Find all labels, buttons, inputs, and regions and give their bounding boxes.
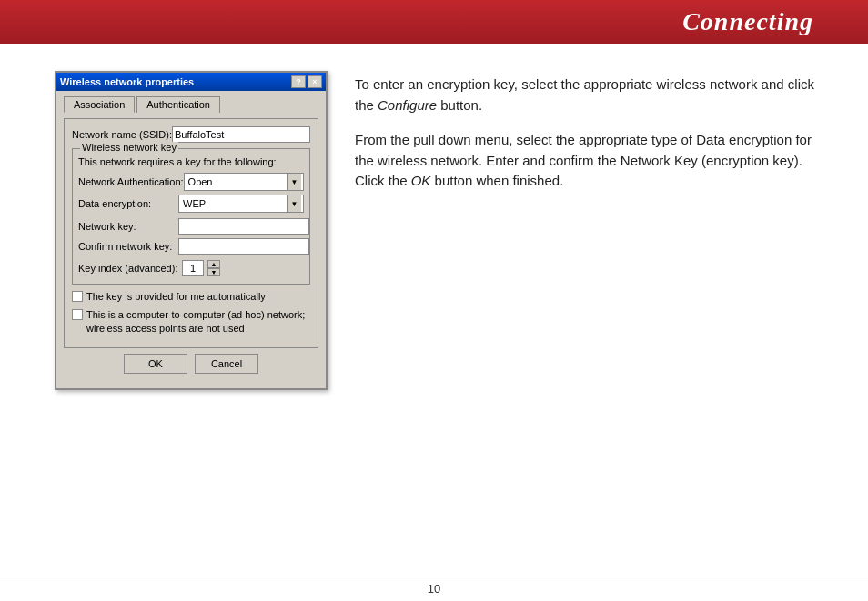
auth-value: Open	[187, 176, 287, 187]
paragraph1-italic: Configure	[378, 97, 437, 113]
group-box-label: Wireless network key	[80, 142, 178, 153]
page-footer: 10	[0, 576, 868, 601]
tab-authentication[interactable]: Authentication	[136, 96, 220, 113]
dialog-titlebar: Wireless network properties ? ×	[56, 73, 326, 91]
help-button[interactable]: ?	[291, 75, 306, 88]
spinner-up[interactable]: ▲	[207, 260, 220, 268]
key-index-row: Key index (advanced): ▲ ▼	[78, 260, 304, 276]
dialog-container: Wireless network properties ? × Associat…	[55, 71, 328, 390]
network-key-input[interactable]	[178, 218, 309, 235]
dialog-footer: OK Cancel	[64, 348, 318, 381]
group-box-desc: This network requires a key for the foll…	[78, 156, 304, 167]
key-index-label: Key index (advanced):	[78, 263, 178, 274]
confirm-key-label: Confirm network key:	[78, 241, 178, 252]
auth-dropdown-arrow: ▼	[287, 174, 301, 190]
enc-select[interactable]: WEP ▼	[178, 195, 304, 213]
spinner-buttons: ▲ ▼	[207, 260, 220, 276]
auth-label: Network Authentication:	[78, 176, 184, 187]
wireless-key-group: Wireless network key This network requir…	[72, 148, 310, 285]
checkbox2[interactable]	[72, 309, 83, 320]
checkbox1[interactable]	[72, 291, 83, 302]
network-name-row: Network name (SSID):	[72, 126, 310, 143]
ok-button[interactable]: OK	[124, 354, 187, 374]
cancel-button[interactable]: Cancel	[195, 354, 258, 374]
key-index-input[interactable]	[182, 260, 204, 276]
paragraph2-after: button when finished.	[430, 173, 563, 188]
network-key-row: Network key:	[78, 218, 304, 235]
auth-row: Network Authentication: Open ▼	[78, 173, 304, 191]
checkbox1-row: The key is provided for me automatically	[72, 290, 310, 303]
paragraph2: From the pull down menu, select the appr…	[355, 130, 832, 192]
network-name-input[interactable]	[172, 126, 310, 143]
spinner-down[interactable]: ▼	[207, 268, 220, 276]
checkbox2-label: This is a computer-to-computer (ad hoc) …	[86, 308, 310, 335]
paragraph1-after: button.	[437, 97, 482, 113]
network-name-label: Network name (SSID):	[72, 129, 172, 140]
header-bar: Connecting	[0, 0, 868, 44]
paragraph1: To enter an encryption key, select the a…	[355, 75, 832, 115]
content-area: Wireless network properties ? × Associat…	[0, 44, 868, 417]
confirm-key-input[interactable]	[178, 238, 309, 255]
page-number: 10	[428, 582, 440, 596]
confirm-key-row: Confirm network key:	[78, 238, 304, 255]
tab-content: Network name (SSID): Wireless network ke…	[64, 118, 318, 348]
page-title: Connecting	[682, 7, 813, 36]
enc-dropdown-arrow: ▼	[287, 195, 301, 212]
checkbox1-label: The key is provided for me automatically	[86, 290, 266, 303]
checkbox2-row: This is a computer-to-computer (ad hoc) …	[72, 308, 310, 335]
enc-value: WEP	[181, 198, 287, 209]
enc-label: Data encryption:	[78, 198, 178, 209]
paragraph2-italic: OK	[411, 173, 431, 188]
tab-association[interactable]: Association	[64, 96, 135, 113]
network-key-label: Network key:	[78, 221, 178, 232]
dialog-window: Wireless network properties ? × Associat…	[55, 71, 328, 390]
close-button[interactable]: ×	[308, 75, 322, 88]
text-content: To enter an encryption key, select the a…	[355, 71, 832, 206]
enc-row: Data encryption: WEP ▼	[78, 195, 304, 213]
tab-bar: Association Authentication	[64, 96, 318, 113]
titlebar-buttons: ? ×	[291, 75, 322, 88]
dialog-body: Association Authentication Network name …	[56, 91, 326, 388]
auth-select[interactable]: Open ▼	[184, 173, 304, 191]
dialog-title: Wireless network properties	[60, 76, 194, 87]
